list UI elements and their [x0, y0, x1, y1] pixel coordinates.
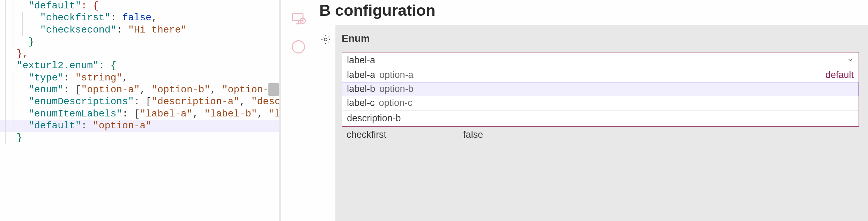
code-line[interactable]: "enumItemLabels": ["label-a", "label-b",… — [0, 108, 279, 120]
code-line[interactable]: "enumDescriptions": ["description-a", "d… — [0, 96, 279, 108]
panel-title: B configuration — [319, 1, 868, 20]
code-line[interactable]: "default": "option-a" — [0, 120, 279, 132]
code-line[interactable]: } — [0, 132, 279, 144]
code-line[interactable]: }, — [0, 48, 279, 60]
remote-icon[interactable] — [291, 11, 306, 27]
code-line[interactable]: "enum": ["option-a", "option-b", "option… — [0, 84, 279, 96]
code-line[interactable]: "type": "string", — [0, 72, 279, 84]
dropdown-option[interactable]: label-boption-b — [342, 82, 859, 96]
settings-body: Enum label-a label-aoption-adefaultlabel… — [316, 25, 868, 221]
default-tag: default — [825, 70, 854, 80]
settings-main: Enum label-a label-aoption-adefaultlabel… — [335, 25, 868, 221]
dropdown-option[interactable]: label-coption-c — [342, 96, 859, 110]
code-editor[interactable]: "default": { "checkfirst": false, "check… — [0, 0, 279, 221]
dropdown-option[interactable]: label-aoption-adefault — [342, 68, 859, 82]
gear-icon[interactable] — [320, 34, 331, 221]
code-line[interactable]: "default": { — [0, 0, 279, 12]
dropdown-button[interactable]: label-a — [342, 52, 859, 68]
enum-dropdown: label-a label-aoption-adefaultlabel-bopt… — [342, 52, 859, 127]
chevron-down-icon — [847, 55, 854, 66]
code-line[interactable]: } — [0, 36, 279, 48]
dropdown-list: label-aoption-adefaultlabel-boption-blab… — [342, 68, 859, 127]
option-label: label-c — [347, 98, 375, 108]
dropdown-value: label-a — [347, 55, 375, 66]
activity-bar — [281, 0, 316, 221]
app-root: "default": { "checkfirst": false, "check… — [0, 0, 868, 221]
code-line[interactable]: "checksecond": "Hi there" — [0, 24, 279, 36]
kv-value: false — [463, 129, 483, 140]
option-value: option-b — [379, 84, 414, 94]
option-label: label-b — [347, 84, 375, 94]
option-label: label-a — [347, 70, 375, 80]
code-line[interactable]: "exturl2.enum": { — [0, 60, 279, 72]
svg-rect-0 — [292, 13, 303, 21]
setting-name: Enum — [342, 33, 859, 44]
svg-point-2 — [292, 41, 305, 53]
svg-point-3 — [324, 38, 327, 41]
editor-splitter[interactable] — [279, 0, 281, 221]
option-value: option-c — [379, 98, 413, 108]
setting-kv-row: checkfirst false — [342, 127, 859, 140]
option-value: option-a — [379, 70, 414, 80]
dropdown-description: description-b — [342, 110, 859, 126]
github-icon[interactable] — [291, 39, 306, 55]
minimap-viewport[interactable] — [268, 83, 279, 96]
kv-key: checkfirst — [347, 129, 386, 140]
gear-gutter — [316, 25, 335, 221]
code-line[interactable]: "checkfirst": false, — [0, 12, 279, 24]
settings-panel: B configuration Enum label-a — [316, 0, 868, 221]
